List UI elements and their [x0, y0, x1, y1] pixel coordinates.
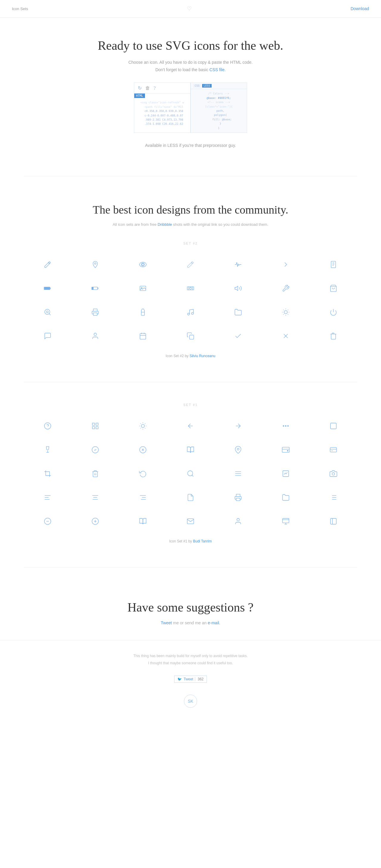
community-subtext: All icon sets are from free Dribbble sho…: [12, 222, 369, 227]
suggestions-section: Have some suggestions ? Tweet me or send…: [0, 579, 381, 640]
icon-grid[interactable]: [71, 414, 119, 438]
hero-section: Ready to use SVG icons for the web. Choo…: [0, 18, 381, 164]
icon-search-location[interactable]: [24, 300, 71, 324]
icon-crop[interactable]: [24, 462, 71, 486]
icon-user[interactable]: [214, 509, 262, 533]
icon-map-pin[interactable]: [214, 438, 262, 462]
icon-sun[interactable]: [262, 300, 310, 324]
icon-music[interactable]: [167, 300, 214, 324]
icon-trash[interactable]: [310, 324, 357, 348]
download-button[interactable]: Download: [351, 6, 369, 11]
icon-x-circle[interactable]: [119, 438, 167, 462]
icon-wine-glass[interactable]: [24, 438, 71, 462]
set2-author-link[interactable]: Silviu Runceanu: [189, 354, 215, 358]
twitter-icon: 🐦: [177, 677, 182, 681]
tweet-link[interactable]: Tweet: [161, 620, 172, 625]
less-code-body: /* Colors --> @base: #4691f6; <!-- icons…: [191, 89, 247, 132]
icon-chevron-right[interactable]: [262, 253, 310, 276]
icon-close[interactable]: [262, 324, 310, 348]
trash-icon[interactable]: 🗑: [145, 86, 150, 91]
icon-money[interactable]: [167, 276, 214, 300]
svg-point-58: [283, 425, 284, 426]
css-tab[interactable]: CSS: [193, 84, 201, 88]
icon-card[interactable]: [310, 438, 357, 462]
icon-folder-open[interactable]: [214, 300, 262, 324]
refresh-icon[interactable]: ↻: [138, 85, 142, 91]
icon-battery-full[interactable]: [24, 276, 71, 300]
icon-camera[interactable]: [310, 462, 357, 486]
less-tab[interactable]: LESS: [202, 84, 212, 88]
icon-tool[interactable]: [262, 276, 310, 300]
css-file-link[interactable]: CSS file.: [210, 67, 226, 72]
dribbble-link[interactable]: Dribbble: [158, 222, 172, 227]
svg-point-60: [287, 425, 288, 426]
icon-copy[interactable]: [167, 324, 214, 348]
icon-file[interactable]: [167, 486, 214, 509]
icon-align-right[interactable]: [119, 486, 167, 509]
icon-checkmark[interactable]: [214, 324, 262, 348]
icon-document[interactable]: [310, 253, 357, 276]
icon-sidebar[interactable]: [310, 509, 357, 533]
icon-dots[interactable]: [262, 414, 310, 438]
icon-battery-low[interactable]: [71, 276, 119, 300]
code-panel-html: ↻ 🗑 ? HTML <svg class="icon-refresh" w <…: [134, 83, 190, 133]
icon-calendar[interactable]: [119, 324, 167, 348]
svg-point-105: [237, 518, 240, 521]
icon-pencil[interactable]: [24, 253, 71, 276]
icon-mail[interactable]: [167, 509, 214, 533]
icon-menu[interactable]: [214, 462, 262, 486]
icon-chat[interactable]: [24, 324, 71, 348]
icon-location[interactable]: [71, 253, 119, 276]
icon-eye[interactable]: [119, 253, 167, 276]
icon-align-center[interactable]: [71, 486, 119, 509]
icon-square[interactable]: [310, 414, 357, 438]
icon-book[interactable]: [167, 438, 214, 462]
icon-book-open[interactable]: [119, 509, 167, 533]
tweet-button[interactable]: 🐦 Tweet 362: [174, 676, 207, 683]
icon-arrow-right[interactable]: [214, 414, 262, 438]
svg-line-54: [140, 428, 141, 429]
info-icon[interactable]: ?: [153, 86, 156, 91]
sk-circle-logo: SK: [184, 695, 197, 708]
icon-browser[interactable]: [262, 509, 310, 533]
icon-user-circle[interactable]: [71, 324, 119, 348]
icon-image[interactable]: [119, 276, 167, 300]
icon-wallet[interactable]: [262, 438, 310, 462]
icon-printer[interactable]: [71, 300, 119, 324]
footer-line1: This thing has been mainly build for mys…: [12, 652, 369, 659]
icon-print[interactable]: [214, 486, 262, 509]
svg-rect-106: [282, 518, 289, 523]
icon-trash-2[interactable]: [71, 462, 119, 486]
svg-line-78: [192, 475, 194, 476]
icon-bottle[interactable]: [119, 300, 167, 324]
icon-align-left[interactable]: [24, 486, 71, 509]
svg-rect-46: [96, 427, 98, 429]
icon-arrow-left[interactable]: [167, 414, 214, 438]
icon-volume[interactable]: [214, 276, 262, 300]
svg-line-55: [145, 424, 145, 424]
icon-chart[interactable]: [262, 462, 310, 486]
icon-folder[interactable]: [262, 486, 310, 509]
icon-minus-circle[interactable]: [24, 509, 71, 533]
svg-rect-6: [44, 287, 49, 289]
code-tab-html[interactable]: HTML: [134, 94, 190, 98]
svg-rect-8: [98, 288, 98, 289]
icon-search[interactable]: [167, 462, 214, 486]
icon-sun-outline[interactable]: [119, 414, 167, 438]
email-link[interactable]: e-mail.: [208, 620, 220, 625]
icon-list[interactable]: [310, 486, 357, 509]
icon-power[interactable]: [310, 300, 357, 324]
icon-check-circle[interactable]: [71, 438, 119, 462]
icon-question-circle[interactable]: [24, 414, 71, 438]
icon-edit[interactable]: [167, 253, 214, 276]
svg-point-23: [284, 311, 287, 314]
icon-bag[interactable]: [310, 276, 357, 300]
tweet-count: 362: [195, 677, 204, 681]
icon-pulse[interactable]: [214, 253, 262, 276]
divider-2: [24, 382, 357, 382]
svg-point-71: [287, 451, 288, 451]
icon-refresh[interactable]: [119, 462, 167, 486]
icon-plus-circle[interactable]: [71, 509, 119, 533]
svg-line-51: [145, 428, 145, 429]
set1-author-link[interactable]: Budi Tanrim: [193, 539, 212, 543]
